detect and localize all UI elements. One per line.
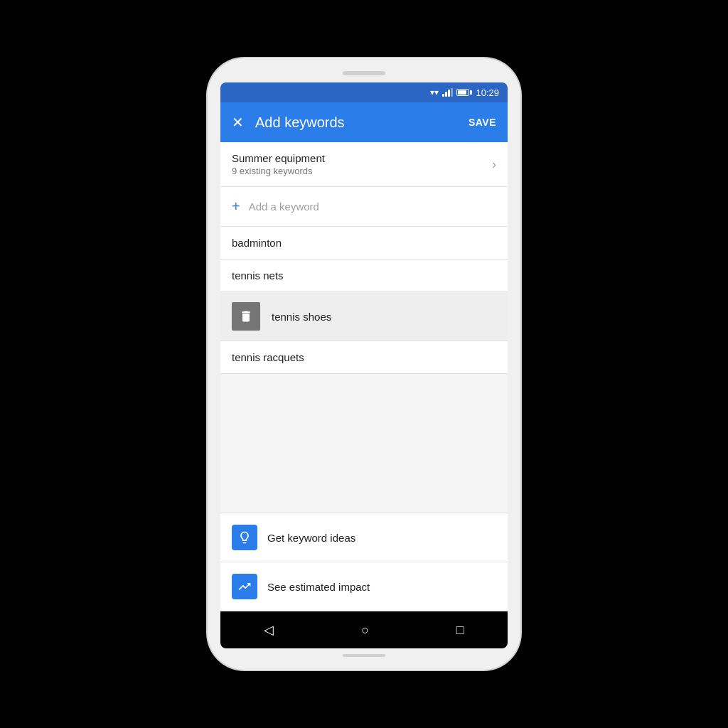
section-header[interactable]: Summer equipment 9 existing keywords › — [220, 142, 508, 187]
trending-up-icon — [237, 579, 252, 594]
close-button[interactable]: ✕ — [232, 114, 244, 131]
get-keyword-ideas-row[interactable]: Get keyword ideas — [220, 513, 508, 562]
status-time: 10:29 — [476, 87, 499, 98]
phone-speaker — [343, 71, 385, 75]
section-header-text: Summer equipment 9 existing keywords — [232, 152, 325, 176]
nav-bar: ◁ ○ □ — [220, 611, 508, 648]
toolbar: ✕ Add keywords SAVE — [220, 102, 508, 142]
keyword-row-tennis-nets[interactable]: tennis nets — [220, 259, 508, 292]
content-area: Summer equipment 9 existing keywords › +… — [220, 142, 508, 648]
phone-bottom-bar — [343, 654, 385, 657]
section-subtitle: 9 existing keywords — [232, 166, 325, 176]
see-estimated-impact-row[interactable]: See estimated impact — [220, 562, 508, 611]
status-icons: ▾▾ 10:29 — [430, 87, 499, 98]
home-button[interactable]: ○ — [347, 617, 383, 643]
chevron-right-icon: › — [492, 157, 496, 172]
wifi-icon: ▾▾ — [430, 87, 439, 97]
keyword-ideas-icon-box — [232, 525, 257, 550]
back-button[interactable]: ◁ — [250, 616, 288, 643]
phone-frame: ▾▾ 10:29 ✕ Ad — [208, 58, 520, 670]
add-keyword-placeholder: Add a keyword — [249, 200, 319, 213]
keyword-label-tennis-shoes: tennis shoes — [272, 311, 331, 323]
keyword-row-badminton[interactable]: badminton — [220, 227, 508, 259]
section-title: Summer equipment — [232, 152, 325, 164]
empty-space — [220, 374, 508, 513]
toolbar-title: Add keywords — [255, 114, 457, 131]
keyword-label-badminton: badminton — [232, 237, 282, 249]
estimated-impact-icon-box — [232, 574, 257, 599]
trash-icon — [239, 309, 253, 323]
bottom-actions: Get keyword ideas See estimated impact — [220, 513, 508, 611]
delete-button-tennis-shoes[interactable] — [232, 302, 260, 331]
keyword-list: badminton tennis nets tennis shoes tenni… — [220, 227, 508, 374]
recent-button[interactable]: □ — [442, 617, 478, 643]
phone-screen: ▾▾ 10:29 ✕ Ad — [220, 82, 508, 648]
keyword-label-tennis-nets: tennis nets — [232, 269, 284, 282]
keyword-row-tennis-racquets[interactable]: tennis racquets — [220, 341, 508, 374]
estimated-impact-label: See estimated impact — [267, 581, 370, 593]
battery-icon — [456, 89, 472, 96]
status-bar: ▾▾ 10:29 — [220, 82, 508, 102]
keyword-label-tennis-racquets: tennis racquets — [232, 351, 304, 363]
add-keyword-row[interactable]: + Add a keyword — [220, 187, 508, 227]
keyword-row-tennis-shoes[interactable]: tennis shoes — [220, 292, 508, 341]
save-button[interactable]: SAVE — [469, 117, 496, 128]
lightbulb-icon — [237, 530, 252, 545]
plus-icon: + — [232, 198, 240, 215]
keyword-ideas-label: Get keyword ideas — [267, 532, 355, 544]
signal-icon — [442, 88, 453, 97]
